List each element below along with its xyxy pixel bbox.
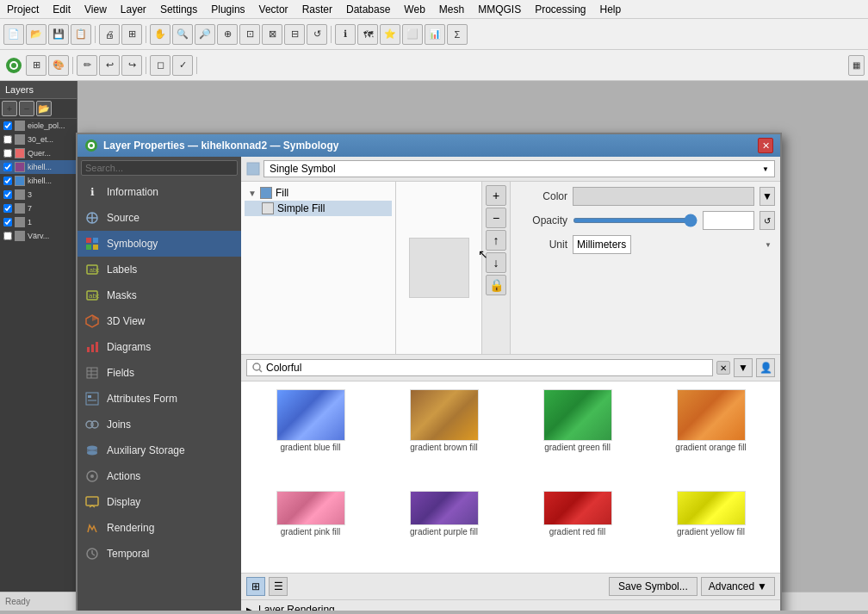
layer-visible-check[interactable] bbox=[3, 190, 12, 199]
menu-edit[interactable]: Edit bbox=[46, 2, 78, 17]
sidebar-item-diagrams[interactable]: Diagrams bbox=[78, 334, 241, 360]
symbol-cell-grad-brown[interactable]: gradient brown fill bbox=[378, 385, 510, 485]
symbol-search-input[interactable] bbox=[266, 362, 707, 374]
zoom-in-btn[interactable]: 🔍 bbox=[172, 24, 193, 45]
menu-plugins[interactable]: Plugins bbox=[204, 2, 251, 17]
symbol-cell-grad-red[interactable]: gradient red fill bbox=[512, 487, 643, 569]
symbol-cell-grad-orange[interactable]: gradient orange fill bbox=[645, 385, 777, 485]
fill-tree-item[interactable]: ▼ Fill bbox=[245, 185, 392, 201]
sidebar-item-actions[interactable]: Actions bbox=[78, 463, 241, 489]
opacity-slider[interactable] bbox=[573, 218, 698, 223]
layer-visible-check[interactable] bbox=[3, 204, 12, 213]
color-dropdown-btn[interactable]: ▼ bbox=[760, 187, 775, 206]
lock-btn[interactable]: 🔒 bbox=[486, 275, 506, 295]
menu-mmqgis[interactable]: MMQGIS bbox=[471, 2, 528, 17]
sidebar-item-labels[interactable]: abc Labels bbox=[78, 257, 241, 282]
symbol-cell-grad-green[interactable]: gradient green fill bbox=[512, 385, 643, 485]
layer-item[interactable]: 7 bbox=[0, 202, 77, 215]
sidebar-item-3dview[interactable]: 3D View bbox=[78, 308, 241, 334]
sidebar-item-rendering[interactable]: Rendering bbox=[78, 515, 241, 541]
layer-item[interactable]: kihell... bbox=[0, 174, 77, 188]
menu-database[interactable]: Database bbox=[339, 2, 397, 17]
move-down-btn[interactable]: ↓ bbox=[486, 252, 506, 273]
save-as-btn[interactable]: 📋 bbox=[71, 24, 91, 45]
menu-mesh[interactable]: Mesh bbox=[432, 2, 471, 17]
layer-item[interactable]: 3 bbox=[0, 188, 77, 202]
simple-fill-tree-item[interactable]: Simple Fill bbox=[245, 201, 392, 216]
menu-project[interactable]: Project bbox=[0, 2, 46, 17]
add-symbol-layer-btn[interactable]: + bbox=[486, 185, 506, 206]
symbol-cell-grad-pink[interactable]: gradient pink fill bbox=[245, 487, 376, 569]
refresh-btn[interactable]: ↺ bbox=[307, 24, 327, 45]
sidebar-item-source[interactable]: Source bbox=[78, 205, 241, 231]
stats-btn[interactable]: Σ bbox=[447, 24, 468, 45]
sidebar-item-joins[interactable]: Joins bbox=[78, 412, 241, 437]
compose-btn[interactable]: ⊞ bbox=[121, 24, 142, 45]
print-btn[interactable]: 🖨 bbox=[99, 24, 120, 45]
layer-visible-check[interactable] bbox=[3, 163, 12, 171]
pan-select-btn[interactable]: ⊟ bbox=[284, 24, 305, 45]
layer-visible-check[interactable] bbox=[3, 149, 12, 158]
deselect-btn[interactable]: ⬜ bbox=[402, 24, 423, 45]
unit-select[interactable]: Millimeters bbox=[573, 235, 631, 254]
layer-item[interactable]: Quer... bbox=[0, 146, 77, 160]
sidebar-item-information[interactable]: ℹ Information bbox=[78, 179, 241, 205]
undo-btn[interactable]: ↩ bbox=[99, 55, 120, 76]
advanced-btn[interactable]: Advanced ▼ bbox=[701, 577, 775, 596]
sidebar-item-auxiliary-storage[interactable]: Auxiliary Storage bbox=[78, 437, 241, 463]
map-tips-btn[interactable]: 🗺 bbox=[357, 24, 378, 45]
layer-item[interactable]: Värv... bbox=[0, 229, 77, 243]
sidebar-item-masks[interactable]: abc Masks bbox=[78, 282, 241, 308]
dialog-close-btn[interactable]: ✕ bbox=[758, 138, 773, 153]
zoom-full-btn[interactable]: ⊕ bbox=[217, 24, 238, 45]
search-clear-btn[interactable]: ✕ bbox=[716, 361, 730, 375]
layer-visible-check[interactable] bbox=[3, 177, 12, 185]
menu-settings[interactable]: Settings bbox=[153, 2, 204, 17]
remove-symbol-layer-btn[interactable]: − bbox=[486, 208, 506, 228]
edit-btn[interactable]: ✏ bbox=[77, 55, 97, 76]
identify-btn[interactable]: ℹ bbox=[335, 24, 356, 45]
open-project-btn[interactable]: 📂 bbox=[26, 24, 46, 45]
layer-item[interactable]: eiole_pol... bbox=[0, 119, 77, 133]
redo-btn[interactable]: ↪ bbox=[121, 55, 142, 76]
layer-rendering-row[interactable]: ▶ Layer Rendering bbox=[241, 599, 780, 611]
menu-help[interactable]: Help bbox=[593, 2, 629, 17]
search-options-btn[interactable]: ▼ bbox=[734, 358, 753, 377]
symbol-cell-grad-yellow[interactable]: gradient yellow fill bbox=[645, 487, 777, 569]
style-btn2[interactable]: 🎨 bbox=[48, 55, 69, 76]
color-swatch[interactable] bbox=[573, 187, 754, 206]
move-up-btn[interactable]: ↑ bbox=[486, 230, 506, 251]
symbol-cell-grad-purple[interactable]: gradient purple fill bbox=[378, 487, 510, 569]
list-view-btn[interactable]: ☰ bbox=[269, 577, 288, 596]
menu-layer[interactable]: Layer bbox=[114, 2, 153, 17]
menu-view[interactable]: View bbox=[78, 2, 114, 17]
add-layer-btn[interactable]: + bbox=[2, 101, 17, 116]
remove-layer-btn[interactable]: − bbox=[19, 101, 34, 116]
pan-btn[interactable]: ✋ bbox=[150, 24, 170, 45]
zoom-layer-btn[interactable]: ⊡ bbox=[239, 24, 260, 45]
layer-item[interactable]: 30_et... bbox=[0, 133, 77, 146]
save-project-btn[interactable]: 💾 bbox=[48, 24, 69, 45]
opacity-value-input[interactable]: 100,0 % bbox=[703, 211, 754, 230]
select-btn[interactable]: ⭐ bbox=[380, 24, 400, 45]
layer-item[interactable]: kihell... bbox=[0, 160, 77, 174]
menu-vector[interactable]: Vector bbox=[252, 2, 295, 17]
sidebar-item-temporal[interactable]: Temporal bbox=[78, 541, 241, 567]
save-symbol-btn[interactable]: Save Symbol... bbox=[609, 577, 698, 596]
sidebar-item-fields[interactable]: Fields bbox=[78, 360, 241, 386]
menu-processing[interactable]: Processing bbox=[528, 2, 592, 17]
layer-item[interactable]: 1 bbox=[0, 215, 77, 229]
layer-visible-check[interactable] bbox=[3, 232, 12, 240]
menu-web[interactable]: Web bbox=[397, 2, 431, 17]
layer-btn[interactable]: ⊞ bbox=[26, 55, 46, 76]
select2-btn[interactable]: ◻ bbox=[150, 55, 170, 76]
check-btn[interactable]: ✓ bbox=[172, 55, 193, 76]
zoom-out-btn[interactable]: 🔎 bbox=[195, 24, 215, 45]
layer-visible-check[interactable] bbox=[3, 135, 12, 144]
layer-visible-check[interactable] bbox=[3, 218, 12, 226]
opacity-reset-btn[interactable]: ↺ bbox=[760, 211, 775, 230]
sidebar-item-display[interactable]: Display bbox=[78, 489, 241, 515]
zoom-select-btn[interactable]: ⊠ bbox=[262, 24, 282, 45]
sidebar-item-attributes-form[interactable]: Attributes Form bbox=[78, 386, 241, 412]
sidebar-search-input[interactable] bbox=[81, 160, 238, 176]
